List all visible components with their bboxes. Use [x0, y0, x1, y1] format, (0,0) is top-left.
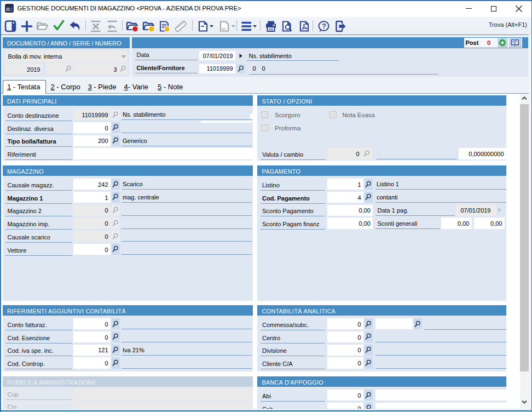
svg-text:?: ? — [322, 22, 326, 30]
